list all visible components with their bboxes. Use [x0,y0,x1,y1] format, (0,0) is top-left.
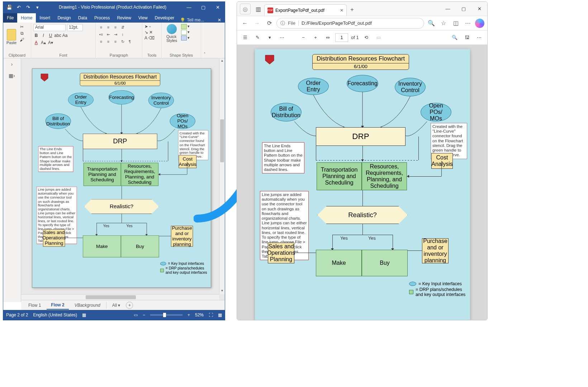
horizontal-scrollbar[interactable] [21,294,219,300]
format-painter-icon[interactable]: 🖌 [19,37,25,43]
text-highlight-button[interactable]: Aa [62,33,68,38]
zoom-out-icon[interactable]: − [143,312,145,317]
pdf-more-icon[interactable]: ⋯ [474,33,484,42]
vscroll-thumb[interactable] [220,119,224,162]
zoom-slider[interactable] [150,314,182,316]
address-bar[interactable]: ⓘ File D:/Files/ExportPageToPdf_out.pdf [276,18,424,29]
cut-icon[interactable]: ✂ [19,24,25,30]
edge-minimize-button[interactable]: — [440,1,456,16]
quick-styles-button[interactable]: Quick Styles [164,24,180,43]
ribbon-close-icon[interactable]: ✕ [214,18,225,23]
line-dd-icon[interactable]: ▾ [188,30,193,35]
tab-design[interactable]: Design [54,13,74,23]
copilot-icon[interactable] [475,19,484,28]
drawing-page[interactable]: Distribution Resources Flowchart 6/1/00 … [32,68,211,288]
connector-tool-icon[interactable]: ↘ ✕ [144,30,155,35]
favorite-icon[interactable]: ☆ [438,18,449,28]
bold-button[interactable]: B [33,33,39,38]
tab-data[interactable]: Data [75,13,91,23]
tab-process[interactable]: Process [91,13,113,23]
find-icon[interactable]: 🔍 [450,33,459,42]
rotate-icon[interactable]: ↻ [119,38,126,45]
shapes-expand-icon[interactable]: › [3,58,20,70]
profile-icon[interactable]: ◎ [240,4,251,14]
draw-dropdown-icon[interactable]: ▾ [265,33,274,42]
font-size-combo[interactable]: 12pt. [67,24,83,31]
align-bot-icon[interactable]: ≡ [112,24,119,30]
pdf-viewport[interactable]: Distribution Resources Flowchart 6/1/00 … [237,45,487,320]
ribbon-collapse-icon[interactable]: ˄ [201,23,208,58]
shrink-font-button[interactable]: A▾ [48,40,53,46]
page-tab-flow1[interactable]: Flow 1 [24,301,45,309]
rotate-icon[interactable]: ⟲ [362,33,371,42]
effects-icon[interactable] [181,35,187,40]
indent-dec-icon[interactable]: ⇤ [105,31,112,38]
qat-more-icon[interactable]: ▾ [33,3,41,11]
draw-icon[interactable]: ✎ [253,33,262,42]
scroll-down-icon[interactable]: ▾ [219,288,225,294]
workspaces-icon[interactable]: ▥ [253,4,264,14]
back-button[interactable]: ← [240,18,250,28]
fit-width-icon[interactable]: ⇔ [323,33,332,42]
more-tools-icon[interactable]: ⋯ [277,33,286,42]
zoom-reset-icon[interactable]: 🔍 [426,18,436,28]
redo-icon[interactable]: ↷ [24,3,32,11]
hscroll-thumb[interactable] [86,295,136,299]
switch-windows-icon[interactable]: ▦ [218,312,222,317]
page-tab-flow2[interactable]: Flow 2 [47,301,68,310]
page-tab-all[interactable]: All ▾ [108,301,125,309]
orient-icon[interactable]: ⇵ [119,24,126,30]
macro-record-icon[interactable]: ▦ [82,312,86,317]
close-button[interactable]: ✕ [210,2,225,13]
undo-icon[interactable]: ↶ [15,3,23,11]
tab-developer[interactable]: Developer [151,13,178,23]
tab-close-icon[interactable]: ✕ [340,8,343,13]
presentation-mode-icon[interactable]: ▭ [134,312,138,317]
edge-maximize-button[interactable]: ▢ [456,1,471,16]
fit-page-icon[interactable]: ⛶ [209,312,213,317]
font-color-button[interactable]: A [33,40,39,46]
pointer-tool-icon[interactable]: ➤ ▫ [144,24,155,29]
fill-dd-icon[interactable]: ▾ [188,24,193,29]
copy-icon[interactable]: ⧉ [19,30,25,36]
page-tab-vbackground[interactable]: VBackground [70,301,105,309]
align-top-icon[interactable]: ≡ [98,24,104,30]
italic-button[interactable]: I [41,33,46,38]
tab-home[interactable]: Home [17,13,36,23]
align-left-icon[interactable]: ≡ [98,38,104,45]
spacing-icon[interactable]: ↕ [119,31,126,38]
edge-close-button[interactable]: ✕ [471,1,487,16]
bullets-icon[interactable]: •≡ [98,31,104,38]
page-number-input[interactable] [335,33,348,42]
settings-more-icon[interactable]: ⋯ [463,18,473,28]
align-right-icon[interactable]: ≡ [112,38,119,45]
scroll-up-icon[interactable]: ▴ [219,58,225,64]
zoom-in-icon[interactable]: + [188,312,190,317]
zoom-in-button[interactable]: + [311,33,320,42]
stencil-icon[interactable]: ▦› [3,70,20,81]
tab-insert[interactable]: Insert [36,13,54,23]
status-language[interactable]: English (United States) [33,312,77,317]
align-mid-icon[interactable]: ≡ [105,24,112,30]
tab-review[interactable]: Review [113,13,134,23]
fill-swatch-icon[interactable] [181,24,187,29]
line-swatch-icon[interactable] [181,30,187,35]
indent-inc-icon[interactable]: ⇥ [112,31,119,38]
text-tool-icon[interactable]: A ⌫ [144,35,155,40]
paste-button[interactable]: Paste [5,24,18,45]
zoom-out-button[interactable]: − [299,33,308,42]
strike-button[interactable]: abc [55,33,61,38]
refresh-button[interactable]: ⟳ [264,18,274,28]
save-pdf-icon[interactable]: 🖫 [462,33,471,42]
tab-file[interactable]: File [3,13,17,23]
new-tab-button[interactable]: + [347,4,357,15]
effects-dd-icon[interactable]: ▾ [188,35,193,40]
save-icon[interactable]: 💾 [5,3,13,11]
zoom-level[interactable]: 52% [195,312,204,317]
forward-button[interactable]: → [252,18,262,28]
browser-tab[interactable]: PDF ExportPageToPdf_out.pdf ✕ [264,4,347,16]
font-name-combo[interactable]: Arial [33,24,66,31]
site-info-icon[interactable]: ⓘ [280,20,285,27]
tell-me-search[interactable]: 💡 Tell me... [178,18,214,23]
split-screen-icon[interactable]: ◫ [451,18,461,28]
